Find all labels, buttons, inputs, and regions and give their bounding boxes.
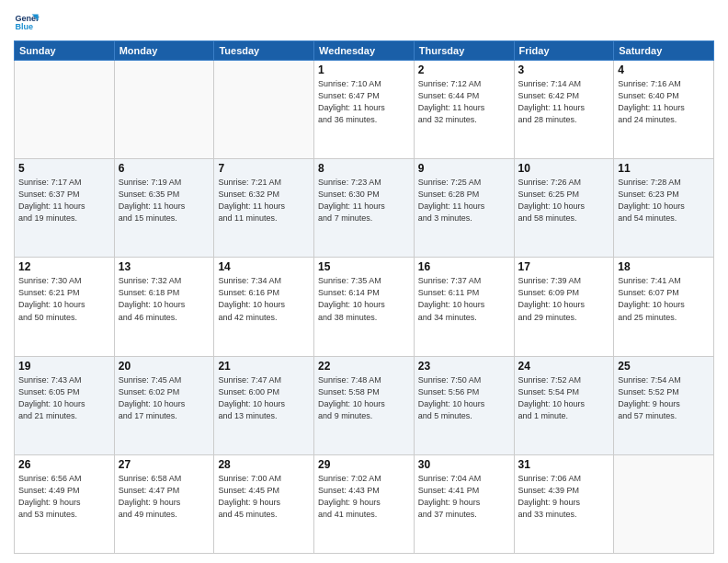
day-number: 27 [119,458,210,471]
day-number: 31 [518,458,610,471]
svg-text:Blue: Blue [15,22,33,31]
day-info: Sunrise: 7:35 AMSunset: 6:14 PMDaylight:… [318,275,410,323]
weekday-header: Monday [114,41,214,61]
calendar-cell: 5Sunrise: 7:17 AMSunset: 6:37 PMDaylight… [15,159,115,258]
day-number: 21 [218,360,310,373]
weekday-header-row: SundayMondayTuesdayWednesdayThursdayFrid… [15,41,714,61]
day-info: Sunrise: 7:34 AMSunset: 6:16 PMDaylight:… [218,275,310,323]
calendar-cell: 31Sunrise: 7:06 AMSunset: 4:39 PMDayligh… [514,454,614,553]
calendar-cell: 19Sunrise: 7:43 AMSunset: 6:05 PMDayligh… [15,356,115,454]
calendar-cell: 13Sunrise: 7:32 AMSunset: 6:18 PMDayligh… [114,258,214,356]
calendar-cell: 7Sunrise: 7:21 AMSunset: 6:32 PMDaylight… [214,159,314,258]
calendar-cell: 2Sunrise: 7:12 AMSunset: 6:44 PMDaylight… [414,61,514,159]
calendar-cell: 10Sunrise: 7:26 AMSunset: 6:25 PMDayligh… [514,159,614,258]
day-number: 7 [218,162,310,175]
calendar-week-row: 1Sunrise: 7:10 AMSunset: 6:47 PMDaylight… [15,61,714,159]
calendar-cell: 3Sunrise: 7:14 AMSunset: 6:42 PMDaylight… [514,61,614,159]
calendar-cell: 24Sunrise: 7:52 AMSunset: 5:54 PMDayligh… [514,356,614,454]
calendar-cell: 16Sunrise: 7:37 AMSunset: 6:11 PMDayligh… [414,258,514,356]
day-number: 30 [418,458,510,471]
calendar-cell: 27Sunrise: 6:58 AMSunset: 4:47 PMDayligh… [114,454,214,553]
day-number: 16 [418,260,510,273]
calendar-cell: 20Sunrise: 7:45 AMSunset: 6:02 PMDayligh… [114,356,214,454]
day-number: 14 [218,260,310,273]
day-number: 9 [418,162,510,175]
calendar-cell: 22Sunrise: 7:48 AMSunset: 5:58 PMDayligh… [314,356,415,454]
day-info: Sunrise: 7:48 AMSunset: 5:58 PMDaylight:… [318,374,410,422]
day-info: Sunrise: 7:47 AMSunset: 6:00 PMDaylight:… [218,374,310,422]
day-number: 20 [119,360,210,373]
calendar-cell: 25Sunrise: 7:54 AMSunset: 5:52 PMDayligh… [614,356,714,454]
day-info: Sunrise: 7:17 AMSunset: 6:37 PMDaylight:… [18,177,110,224]
day-info: Sunrise: 7:23 AMSunset: 6:30 PMDaylight:… [318,177,410,224]
day-info: Sunrise: 7:00 AMSunset: 4:45 PMDaylight:… [218,473,310,521]
day-info: Sunrise: 7:39 AMSunset: 6:09 PMDaylight:… [518,275,610,323]
calendar-week-row: 26Sunrise: 6:56 AMSunset: 4:49 PMDayligh… [15,454,714,553]
logo: General Blue [14,9,40,35]
day-info: Sunrise: 7:30 AMSunset: 6:21 PMDaylight:… [18,275,110,323]
logo-icon: General Blue [14,9,40,35]
day-number: 26 [18,458,110,471]
calendar-page: General Blue SundayMondayTuesdayWednesda… [0,0,728,563]
day-info: Sunrise: 7:28 AMSunset: 6:23 PMDaylight:… [618,177,710,224]
weekday-header: Tuesday [214,41,314,61]
day-number: 17 [518,260,610,273]
day-number: 24 [518,360,610,373]
day-info: Sunrise: 7:19 AMSunset: 6:35 PMDaylight:… [119,177,210,224]
calendar-cell: 29Sunrise: 7:02 AMSunset: 4:43 PMDayligh… [314,454,415,553]
calendar-cell: 8Sunrise: 7:23 AMSunset: 6:30 PMDaylight… [314,159,415,258]
calendar-cell: 17Sunrise: 7:39 AMSunset: 6:09 PMDayligh… [514,258,614,356]
weekday-header: Friday [514,41,614,61]
day-info: Sunrise: 7:21 AMSunset: 6:32 PMDaylight:… [218,177,310,224]
day-number: 8 [318,162,410,175]
day-number: 3 [518,63,610,76]
calendar-cell [614,454,714,553]
day-info: Sunrise: 7:45 AMSunset: 6:02 PMDaylight:… [119,374,210,422]
day-number: 12 [18,260,110,273]
day-info: Sunrise: 7:32 AMSunset: 6:18 PMDaylight:… [119,275,210,323]
day-info: Sunrise: 7:06 AMSunset: 4:39 PMDaylight:… [518,473,610,521]
day-number: 15 [318,260,410,273]
weekday-header: Thursday [414,41,514,61]
calendar-cell [15,61,115,159]
calendar-cell: 12Sunrise: 7:30 AMSunset: 6:21 PMDayligh… [15,258,115,356]
calendar-cell: 30Sunrise: 7:04 AMSunset: 4:41 PMDayligh… [414,454,514,553]
day-info: Sunrise: 7:54 AMSunset: 5:52 PMDaylight:… [618,374,710,422]
calendar-cell: 18Sunrise: 7:41 AMSunset: 6:07 PMDayligh… [614,258,714,356]
day-number: 10 [518,162,610,175]
day-number: 2 [418,63,510,76]
day-info: Sunrise: 7:52 AMSunset: 5:54 PMDaylight:… [518,374,610,422]
day-number: 29 [318,458,410,471]
day-info: Sunrise: 7:26 AMSunset: 6:25 PMDaylight:… [518,177,610,224]
day-number: 6 [119,162,210,175]
day-info: Sunrise: 7:37 AMSunset: 6:11 PMDaylight:… [418,275,510,323]
day-info: Sunrise: 7:14 AMSunset: 6:42 PMDaylight:… [518,78,610,126]
weekday-header: Wednesday [314,41,415,61]
day-number: 5 [18,162,110,175]
day-number: 22 [318,360,410,373]
page-header: General Blue [14,9,714,35]
calendar-week-row: 19Sunrise: 7:43 AMSunset: 6:05 PMDayligh… [15,356,714,454]
calendar-cell: 9Sunrise: 7:25 AMSunset: 6:28 PMDaylight… [414,159,514,258]
calendar-cell: 14Sunrise: 7:34 AMSunset: 6:16 PMDayligh… [214,258,314,356]
calendar-cell [114,61,214,159]
day-info: Sunrise: 7:16 AMSunset: 6:40 PMDaylight:… [618,78,710,126]
day-info: Sunrise: 7:10 AMSunset: 6:47 PMDaylight:… [318,78,410,126]
calendar-cell: 23Sunrise: 7:50 AMSunset: 5:56 PMDayligh… [414,356,514,454]
calendar-week-row: 12Sunrise: 7:30 AMSunset: 6:21 PMDayligh… [15,258,714,356]
day-number: 11 [618,162,710,175]
calendar-cell: 11Sunrise: 7:28 AMSunset: 6:23 PMDayligh… [614,159,714,258]
day-info: Sunrise: 7:02 AMSunset: 4:43 PMDaylight:… [318,473,410,521]
day-info: Sunrise: 6:58 AMSunset: 4:47 PMDaylight:… [119,473,210,521]
calendar-cell: 26Sunrise: 6:56 AMSunset: 4:49 PMDayligh… [15,454,115,553]
day-number: 25 [618,360,710,373]
day-number: 1 [318,63,410,76]
weekday-header: Sunday [15,41,115,61]
weekday-header: Saturday [614,41,714,61]
calendar-cell [214,61,314,159]
day-number: 13 [119,260,210,273]
day-info: Sunrise: 7:41 AMSunset: 6:07 PMDaylight:… [618,275,710,323]
day-number: 28 [218,458,310,471]
calendar-cell: 21Sunrise: 7:47 AMSunset: 6:00 PMDayligh… [214,356,314,454]
calendar-cell: 15Sunrise: 7:35 AMSunset: 6:14 PMDayligh… [314,258,415,356]
